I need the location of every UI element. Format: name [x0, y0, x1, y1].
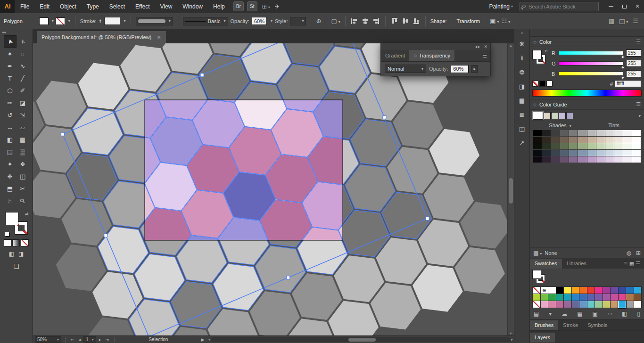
color-guide-swatch[interactable]	[614, 143, 623, 149]
new-swatch-icon[interactable]: ◧	[622, 310, 627, 317]
panel-collapse-icon[interactable]: ◇	[533, 102, 537, 107]
lines-icon[interactable]: ≣	[516, 108, 528, 121]
color-guide-swatch[interactable]	[632, 150, 641, 156]
scroll-up-icon[interactable]: ▲	[509, 44, 512, 47]
swatch[interactable]	[611, 301, 618, 308]
color-guide-swatch[interactable]	[560, 143, 569, 149]
hand-tool[interactable]: ☞	[4, 195, 17, 207]
swatch[interactable]	[626, 294, 634, 301]
registration-swatch[interactable]: ⊕	[541, 287, 548, 294]
color-guide-swatch[interactable]	[569, 156, 578, 163]
first-artboard-icon[interactable]: ⇤	[69, 337, 76, 342]
menu-object[interactable]: Object	[55, 0, 82, 13]
channel-slider[interactable]	[559, 51, 623, 55]
channel-value-field[interactable]: 255	[626, 49, 641, 57]
swatch[interactable]	[579, 287, 587, 294]
none-swatch[interactable]	[533, 81, 538, 86]
rotate-tool[interactable]: ↺	[4, 109, 17, 121]
tab-symbols[interactable]: Symbols	[583, 320, 612, 330]
last-artboard-icon[interactable]: ⇥	[104, 337, 110, 342]
stock-button[interactable]: St	[247, 1, 257, 11]
swatch[interactable]	[587, 294, 595, 301]
panel-dock-header[interactable]	[530, 29, 644, 37]
swatch[interactable]	[603, 301, 611, 308]
swatch-options-icon[interactable]: ▣	[593, 310, 598, 317]
color-guide-swatch[interactable]	[560, 130, 569, 136]
flower-icon[interactable]: ❋	[516, 38, 528, 50]
globe-icon[interactable]: ⊕	[316, 17, 321, 24]
color-guide-swatch[interactable]	[605, 156, 614, 163]
menu-type[interactable]: Type	[82, 0, 104, 13]
free-transform-tool[interactable]: ▱	[17, 121, 29, 133]
swatch[interactable]	[564, 294, 571, 301]
align-right-icon[interactable]	[372, 17, 380, 25]
tab-swatches[interactable]: Swatches	[530, 259, 562, 269]
vertical-scroll-thumb[interactable]	[509, 178, 513, 204]
swatch[interactable]	[619, 287, 626, 294]
color-guide-swatch[interactable]	[578, 156, 586, 163]
artboard-navigation[interactable]: 1 ▾	[83, 336, 96, 343]
vertical-scrollbar[interactable]: ▲ ▼	[507, 43, 514, 335]
swatch[interactable]	[556, 294, 564, 301]
swatch[interactable]	[595, 294, 603, 301]
color-spectrum-bar[interactable]	[533, 90, 641, 96]
color-guide-swatch[interactable]	[587, 156, 596, 163]
zoom-level[interactable]: 50% ▾	[35, 336, 61, 343]
slider-thumb[interactable]	[621, 65, 625, 69]
color-guide-swatch[interactable]	[623, 150, 632, 156]
color-guide-swatch[interactable]	[542, 150, 551, 156]
color-guide-swatch[interactable]	[578, 143, 586, 149]
close-panel-icon[interactable]: ✕	[484, 44, 487, 49]
color-guide-swatch[interactable]	[551, 143, 560, 149]
chevron-down-icon[interactable]: ▾	[549, 310, 552, 317]
swatch[interactable]	[541, 301, 548, 308]
tints-label[interactable]: Tints	[587, 122, 641, 128]
color-guide-swatch[interactable]	[578, 150, 586, 156]
color-guide-swatch[interactable]	[533, 137, 542, 143]
artwork-canvas[interactable]	[33, 43, 507, 335]
paintbrush-tool[interactable]: ✐	[17, 84, 29, 97]
transform-label[interactable]: Transform	[457, 18, 480, 24]
harmony-rules-chevron-icon[interactable]: ▾	[638, 114, 641, 118]
color-guide-swatch[interactable]	[632, 156, 641, 163]
hamburger-menu-icon[interactable]: ☰	[633, 17, 638, 24]
color-guide-swatch[interactable]	[614, 156, 623, 163]
tab-transparency[interactable]: ◇ Transparency	[409, 50, 454, 61]
swatch[interactable]	[595, 287, 603, 294]
toolbar-collapse-icon[interactable]: ◂◂	[0, 29, 33, 35]
slice-tool[interactable]: ✂	[17, 182, 29, 195]
swatch[interactable]	[556, 301, 564, 308]
kinds-grid-icon[interactable]: ▦	[577, 310, 582, 317]
isolate-icon[interactable]: ▣▾	[490, 17, 499, 24]
eraser-tool[interactable]: ◪	[17, 97, 29, 109]
swatch[interactable]	[634, 301, 642, 308]
draw-behind-icon[interactable]: ◨	[18, 251, 24, 257]
cloud-icon[interactable]: ☁	[561, 310, 567, 317]
column-graph-tool[interactable]: ◫	[17, 170, 29, 182]
color-guide-swatch[interactable]	[587, 130, 596, 136]
color-guide-swatch[interactable]	[533, 143, 542, 149]
color-mode-button[interactable]	[4, 240, 11, 246]
workspace-switcher[interactable]: Painting ▾	[489, 3, 513, 10]
color-guide-swatch[interactable]	[551, 130, 560, 136]
search-input[interactable]	[528, 4, 590, 9]
shape-label[interactable]: Shape:	[430, 18, 447, 24]
horizontal-scrollbar[interactable]: ◂ ▸	[207, 336, 514, 343]
chevron-down-icon[interactable]: ▾	[52, 19, 54, 23]
collapse-panel-icon[interactable]: ◂◂	[475, 44, 479, 49]
swatch[interactable]	[572, 294, 579, 301]
color-guide-swatch[interactable]	[569, 137, 578, 143]
channel-slider[interactable]	[559, 72, 623, 76]
trash-icon[interactable]: ▯	[637, 310, 640, 317]
swatch[interactable]	[626, 301, 634, 308]
color-guide-swatch[interactable]	[623, 143, 632, 149]
tab-layers[interactable]: Layers	[530, 333, 555, 343]
swatch[interactable]	[587, 287, 595, 294]
status-play-icon[interactable]: ▶	[200, 337, 206, 342]
limit-colors-globe-icon[interactable]: ◍	[626, 250, 631, 256]
panel-collapse-icon[interactable]: ◇	[533, 40, 537, 44]
eyedropper-tool[interactable]: ✦	[4, 158, 17, 170]
color-guide-swatch[interactable]	[542, 143, 551, 149]
slider-thumb[interactable]	[621, 55, 625, 59]
swatch[interactable]	[564, 301, 571, 308]
